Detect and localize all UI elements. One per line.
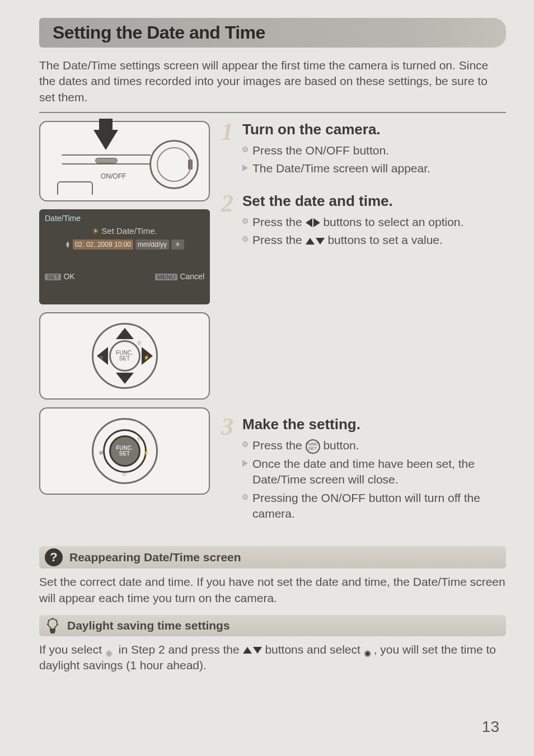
figure-dpad-funcset: FUNC.SET ⎙ ✿ ⚡ ⏱	[39, 407, 210, 495]
camera-foot	[57, 181, 93, 195]
question-icon: ?	[45, 548, 63, 566]
right-arrow-icon	[313, 218, 320, 227]
dot-bullet-icon	[242, 494, 248, 500]
dpad-down-icon	[116, 373, 134, 384]
steps-text-column: 1 Turn on the camera. Press the ON/OFF b…	[223, 121, 506, 537]
func-set-icon: FUNC.SET	[109, 340, 140, 372]
camera-top-slot	[62, 154, 151, 165]
step-1: 1 Turn on the camera. Press the ON/OFF b…	[223, 121, 506, 177]
sun-off-icon	[105, 645, 115, 655]
page-number: 13	[482, 718, 499, 736]
section-title-bar: Setting the Date and Time	[39, 18, 506, 48]
callout-title: Reappearing Date/Time screen	[69, 551, 241, 564]
dot-bullet-icon	[242, 147, 248, 152]
callout-title: Daylight saving time settings	[67, 619, 230, 632]
arrow-bullet-icon	[242, 460, 248, 467]
bullet: Once the date and time have been set, th…	[242, 456, 506, 488]
callout-reappearing: ? Reappearing Date/Time screen	[39, 546, 506, 569]
lightbulb-icon	[45, 617, 60, 634]
step-number: 1	[221, 118, 233, 146]
date-field: 02. 02. 2009 10:00	[73, 240, 133, 250]
section-title: Setting the Date and Time	[53, 22, 493, 43]
up-arrow-icon	[306, 238, 315, 245]
divider	[39, 112, 506, 113]
func-set-pressed-icon: FUNC.SET	[109, 435, 140, 467]
dst-toggle-icon: ☀	[171, 240, 184, 250]
figure-dpad-arrows: FUNC.SET ⎙ ✿ ⚡	[39, 312, 210, 400]
callout-body: If you select in Step 2 and press the bu…	[39, 642, 506, 674]
screen-title: Date/Time	[45, 214, 204, 223]
figure-camera-power: ON/OFF	[39, 121, 210, 201]
bullet: Press the FUNC.SET button.	[242, 438, 506, 453]
bullet: Press the buttons to select an option.	[242, 214, 506, 230]
bullet: Press the buttons to set a value.	[242, 232, 506, 248]
callout-body: Set the correct date and time. If you ha…	[39, 574, 506, 606]
step-2: 2 Set the date and time. Press the butto…	[223, 192, 506, 248]
down-arrow-icon	[316, 238, 325, 245]
step-3: 3 Make the setting. Press the FUNC.SET b…	[223, 416, 506, 522]
onoff-label: ON/OFF	[101, 172, 126, 180]
intro-paragraph: The Date/Time settings screen will appea…	[39, 58, 506, 105]
dot-bullet-icon	[242, 218, 248, 224]
bullet: The Date/Time screen will appear.	[242, 161, 506, 176]
dpad-icon: FUNC.SET ⎙ ✿ ⚡ ⏱	[92, 418, 158, 484]
bullet: Press the ON/OFF button.	[242, 143, 506, 158]
left-arrow-icon	[306, 218, 312, 227]
step-heading: Set the date and time.	[242, 192, 506, 210]
format-field: mm/dd/yy	[135, 240, 169, 250]
sun-on-icon	[364, 645, 374, 655]
step-number: 2	[221, 189, 233, 218]
power-arrow-icon	[93, 130, 118, 150]
figure-datetime-screen: Date/Time ☀ Set Date/Time. ▲▼ 02. 02. 20…	[39, 209, 210, 304]
func-set-button-icon: FUNC.SET	[306, 439, 320, 454]
dot-bullet-icon	[242, 442, 248, 447]
up-arrow-icon	[243, 647, 252, 654]
steps-layout: ON/OFF Date/Time ☀ Set Date/Time. ▲▼ 02.…	[39, 121, 506, 537]
dpad-icon: FUNC.SET ⎙ ✿ ⚡	[92, 323, 158, 389]
camera-lens-icon	[149, 140, 199, 189]
ok-control: SETOK	[45, 272, 75, 281]
cancel-control: MENUCancel	[155, 272, 204, 281]
step-number: 3	[221, 412, 233, 441]
callout-dst: Daylight saving time settings	[39, 615, 506, 636]
screen-subtitle: ☀ Set Date/Time.	[45, 226, 204, 236]
step-heading: Make the setting.	[242, 416, 506, 433]
figures-column: ON/OFF Date/Time ☀ Set Date/Time. ▲▼ 02.…	[39, 121, 210, 537]
dot-bullet-icon	[242, 236, 248, 242]
down-arrow-icon	[253, 647, 262, 654]
bullet: Pressing the ON/OFF button will turn off…	[242, 490, 506, 522]
screen-date-row: ▲▼ 02. 02. 2009 10:00 mm/dd/yy ☀	[45, 240, 204, 250]
arrow-bullet-icon	[242, 165, 248, 171]
dpad-up-icon	[116, 328, 134, 339]
step-heading: Turn on the camera.	[242, 121, 506, 138]
